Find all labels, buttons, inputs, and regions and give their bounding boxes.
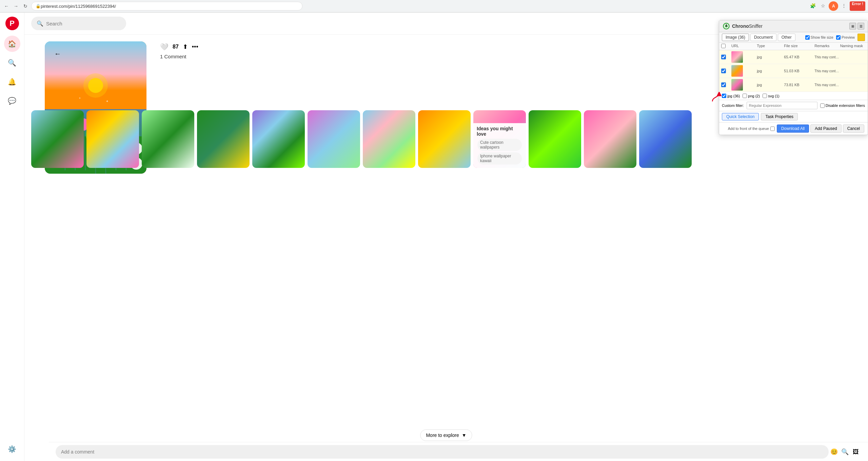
- bookmark-button[interactable]: ☆: [818, 1, 827, 10]
- grid-item-11[interactable]: [584, 110, 636, 168]
- col-remarks-header: Remarks: [814, 44, 840, 49]
- row-url-cell-1: [731, 51, 757, 63]
- pinterest-sidebar: P 🏠 🔍 🔔 💬 ⚙️: [0, 13, 24, 461]
- image-button[interactable]: 🖼: [850, 446, 861, 457]
- add-paused-button[interactable]: Add Paused: [810, 124, 841, 133]
- back-button[interactable]: ←: [3, 2, 10, 10]
- ideas-item-1[interactable]: Cute cartoon wallpapers: [477, 139, 522, 151]
- yellow-action-button[interactable]: [857, 34, 865, 41]
- disable-ext-label[interactable]: Disable extension filters: [820, 103, 865, 108]
- error-badge: Error !: [850, 1, 865, 11]
- row-checkbox-1[interactable]: [721, 55, 726, 59]
- add-to-queue-option: Add to front of the queue: [728, 127, 775, 131]
- row-remarks-1: This may contain: a fiel...: [814, 55, 840, 59]
- chevron-down-icon: ▼: [462, 433, 467, 438]
- grid-item-5[interactable]: [252, 110, 305, 168]
- sidebar-item-notifications[interactable]: 🔔: [4, 74, 20, 90]
- more-to-explore-label: More to explore: [426, 433, 459, 438]
- png-filter-label[interactable]: png (2): [743, 94, 760, 98]
- chrono-logo-icon: [723, 22, 730, 30]
- emoji-button[interactable]: 😊: [829, 446, 840, 457]
- grid-item-4[interactable]: [197, 110, 250, 168]
- select-all-checkbox[interactable]: [721, 44, 726, 48]
- row-thumb-2: [731, 65, 743, 77]
- row-thumb-3: [731, 79, 743, 91]
- grid-item-8[interactable]: [418, 110, 471, 168]
- row-checkbox-2[interactable]: [721, 69, 726, 73]
- preview-checkbox[interactable]: [836, 35, 841, 40]
- tab-other[interactable]: Other: [778, 34, 795, 41]
- row-url-cell-3: [731, 79, 757, 91]
- main-layout: P 🏠 🔍 🔔 💬 ⚙️ 🔍 Search ←: [0, 13, 868, 461]
- task-properties-button[interactable]: Task Properties: [761, 113, 798, 120]
- preview-label[interactable]: Preview: [836, 35, 855, 40]
- search-bar[interactable]: 🔍 Search: [31, 17, 126, 30]
- url-text: pinterest.com/pin/1125968691522394/: [41, 4, 116, 9]
- grid-item-7[interactable]: [363, 110, 415, 168]
- sidebar-item-home[interactable]: 🏠: [4, 36, 20, 52]
- custom-filter-bar: Custom filter: Disable extension filters: [719, 100, 868, 111]
- disable-ext-checkbox[interactable]: [820, 103, 825, 108]
- row-remarks-2: This may contain: a pai...: [814, 69, 840, 73]
- grid-item-12[interactable]: [639, 110, 692, 168]
- row-thumb-1: [731, 51, 743, 63]
- row-url-cell-2: [731, 65, 757, 77]
- profile-avatar[interactable]: A: [829, 1, 838, 11]
- tab-document[interactable]: Document: [750, 34, 776, 41]
- quick-selection-button[interactable]: Quick Selection: [722, 113, 759, 120]
- download-all-button[interactable]: Download All: [777, 124, 809, 133]
- sidebar-item-messages[interactable]: 💬: [4, 93, 20, 109]
- show-filesize-label[interactable]: Show file size: [805, 35, 833, 40]
- col-filesize-header: File size: [784, 44, 814, 49]
- more-to-explore-button[interactable]: More to explore ▼: [420, 429, 472, 441]
- address-bar[interactable]: 🔒 pinterest.com/pin/1125968691522394/: [31, 2, 302, 11]
- svg-filter-checkbox[interactable]: [763, 94, 767, 98]
- sidebar-item-settings[interactable]: ⚙️: [4, 441, 20, 457]
- grid-item-10[interactable]: [529, 110, 581, 168]
- svg-point-2: [83, 73, 108, 98]
- svg-text:✦: ✦: [106, 99, 108, 103]
- image-search-button[interactable]: 🔍: [840, 446, 850, 457]
- grid-item-1[interactable]: [31, 110, 84, 168]
- svg-rect-30: [726, 26, 728, 26]
- selection-bar: Quick Selection Task Properties: [719, 111, 868, 122]
- row-remarks-3: This may contain: pink f...: [814, 83, 840, 87]
- share-button[interactable]: ⬆: [183, 43, 188, 51]
- row-checkbox-3[interactable]: [721, 82, 726, 87]
- browser-toolbar: ← → ↻ 🔒 pinterest.com/pin/11259686915223…: [0, 0, 868, 12]
- forward-button[interactable]: →: [12, 2, 20, 10]
- grid-item-2[interactable]: [86, 110, 139, 168]
- svg-filter-label[interactable]: svg (1): [763, 94, 780, 98]
- chrono-title: ChronoSniffer: [732, 23, 763, 29]
- refresh-button[interactable]: ↻: [22, 2, 29, 10]
- list-view-button[interactable]: ☰: [857, 23, 864, 30]
- grid-view-button[interactable]: ⊞: [849, 23, 856, 30]
- menu-button[interactable]: ⋮: [840, 1, 848, 10]
- comment-input[interactable]: [56, 445, 829, 459]
- col-naming-header: Naming mask: [840, 44, 866, 49]
- grid-item-3[interactable]: [142, 110, 194, 168]
- ideas-badge: Ideas you might love Cute cartoon wallpa…: [473, 123, 526, 168]
- more-options-button[interactable]: •••: [192, 43, 198, 51]
- jpg-filter-label[interactable]: jpg (36): [722, 94, 740, 98]
- search-placeholder: Search: [46, 21, 62, 26]
- grid-item-6[interactable]: [308, 110, 360, 168]
- sidebar-item-explore[interactable]: 🔍: [4, 55, 20, 71]
- ideas-item-2[interactable]: Iphone wallpaper kawaii: [477, 152, 522, 165]
- custom-filter-input[interactable]: [747, 102, 817, 109]
- show-filesize-checkbox[interactable]: [805, 35, 810, 40]
- tab-image[interactable]: Image (36): [722, 34, 749, 41]
- content-area: 🔍 Search ←: [24, 13, 868, 461]
- table-row: jpg 65.47 KB This may contain: a fiel...: [719, 50, 868, 64]
- extensions-button[interactable]: 🧩: [808, 1, 817, 10]
- back-arrow[interactable]: ←: [54, 50, 61, 58]
- row-size-3: 73.81 KB: [784, 83, 814, 87]
- jpg-filter-checkbox[interactable]: [722, 94, 726, 98]
- add-to-front-checkbox[interactable]: [770, 127, 775, 131]
- png-filter-checkbox[interactable]: [743, 94, 747, 98]
- table-row: jpg 73.81 KB This may contain: pink f...: [719, 78, 868, 92]
- like-button[interactable]: 🤍: [160, 43, 169, 51]
- cancel-button[interactable]: Cancel: [843, 124, 864, 133]
- pinterest-logo[interactable]: P: [5, 17, 19, 30]
- filter-section: jpg (36) png (2) svg (1): [719, 92, 868, 100]
